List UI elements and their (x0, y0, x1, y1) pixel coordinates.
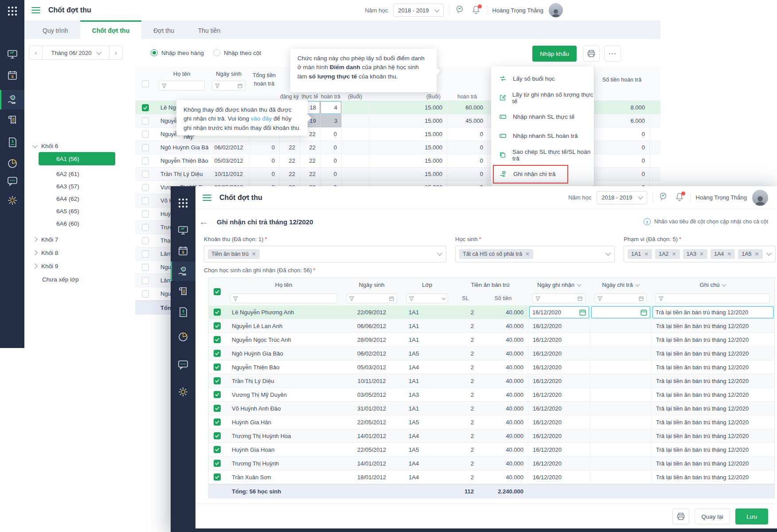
filter-hoten[interactable] (159, 81, 205, 90)
month-select[interactable]: Tháng 06/ 2020 (43, 46, 109, 59)
hand-coin-icon[interactable]: $ (0, 94, 24, 106)
back-button[interactable]: Quay lại (695, 509, 730, 524)
filter-ngaysinh[interactable] (346, 293, 397, 303)
col-header-ghi-chu[interactable]: Ghi chú (651, 278, 774, 291)
row-checkbox[interactable] (142, 250, 149, 258)
filter-lop[interactable] (406, 293, 448, 303)
remove-chip-icon[interactable]: ✕ (525, 251, 530, 257)
radio-nhap-theo-hang[interactable]: Nhập theo hàng (151, 49, 204, 56)
tree-group-khối-9[interactable]: Khối 9 (33, 260, 58, 272)
qty-actual[interactable]: 22 (300, 168, 320, 180)
row-checkbox[interactable] (142, 290, 149, 297)
row-checkbox[interactable] (142, 224, 149, 231)
filter-ngay-chi-tra[interactable] (594, 293, 647, 303)
user-avatar[interactable] (752, 190, 768, 206)
tree-class-6a4[interactable]: 6A4 (62) (56, 192, 79, 205)
filter-ngay-ghi-nhan[interactable] (532, 293, 586, 303)
sub-col-hoantra[interactable]: hoàn trả (320, 93, 341, 101)
hamburger-menu-icon[interactable] (31, 7, 40, 13)
ngay-chi-tra-input[interactable] (591, 306, 650, 318)
tree-class-6a5[interactable]: 6A5 (65) (56, 205, 79, 217)
remove-chip-icon[interactable]: ✕ (672, 251, 676, 257)
col-header-sotien-hoantra[interactable]: Số tiền hoàn trả (594, 66, 649, 93)
hand-coin-icon[interactable]: $ (171, 266, 195, 278)
col-header-tien-an[interactable]: Tiền ăn bán trú (453, 278, 528, 291)
student-row[interactable]: Huỳnh Gia Hân22/05/20121A5240.00016/12/2… (208, 415, 775, 429)
row-checkbox[interactable] (142, 117, 149, 125)
col-header-ngay-ghi-nhan[interactable]: Ngày ghi nhận (528, 278, 590, 291)
remove-chip-icon[interactable]: ✕ (644, 251, 648, 257)
row-checkbox[interactable] (142, 211, 149, 218)
row-checkbox[interactable] (214, 391, 221, 398)
save-button[interactable]: Lưu (735, 509, 768, 524)
gear-icon[interactable] (171, 386, 195, 398)
pie-chart-icon[interactable] (0, 158, 24, 169)
user-avatar[interactable] (549, 3, 563, 17)
ghi-chu-input[interactable]: Trả lại tiền ăn bán trú tháng 12/2020 (652, 306, 773, 318)
student-row[interactable]: Lê Nguyễn Phương Anh22/09/20121A1240.000… (208, 305, 775, 319)
row-checkbox[interactable] (142, 131, 149, 138)
pie-chart-icon[interactable] (171, 331, 195, 343)
student-row[interactable]: Vương Thị Mỹ Duyên03/05/20121A3240.00016… (208, 388, 775, 402)
row-checkbox[interactable] (214, 446, 221, 453)
calendar-money-icon[interactable]: $ (0, 70, 24, 81)
col-header-tongtien[interactable]: Tổng tiền hoàn trả (249, 66, 279, 93)
qty-refund[interactable]: 0 (320, 168, 341, 180)
student-row[interactable]: Trần Xuân Sơn18/01/20121A4240.00016/12/2… (208, 470, 775, 484)
row-checkbox[interactable] (214, 419, 221, 426)
tree-group-khối-8[interactable]: Khối 8 (33, 246, 58, 259)
tree-class-6a3[interactable]: 6A3 (57) (56, 180, 79, 192)
tab-chot-dot-thu[interactable]: Chốt đợt thu (80, 20, 142, 39)
student-row[interactable]: Ngô Huỳnh Gia Bảo06/02/20121A5240.00016/… (208, 347, 775, 360)
vao-day-link[interactable]: vào đây (251, 115, 272, 122)
monitor-icon[interactable] (171, 225, 195, 236)
row-checkbox[interactable] (214, 364, 221, 371)
filter-ngaysinh[interactable] (212, 81, 246, 90)
menu-item-lay-so-buoi-hoc[interactable]: Lấy số buổi học (491, 69, 594, 88)
gear-icon[interactable] (0, 195, 24, 206)
qty-refund[interactable]: 0 (320, 154, 341, 167)
calendar-money-icon[interactable]: $ (171, 245, 195, 257)
col-header-ngaysinh[interactable]: Ngày sinh (208, 66, 249, 81)
school-year-select[interactable]: 2018 - 2019 (393, 4, 443, 17)
search-icon[interactable] (658, 192, 669, 203)
col-header-ngaysinh[interactable]: Ngày sinh (342, 278, 402, 291)
hoc-sinh-select[interactable]: Tất cả HS có số phải trả✕ (455, 246, 615, 262)
invoice-icon[interactable]: $ (0, 137, 24, 148)
row-checkbox[interactable] (214, 460, 221, 467)
search-icon[interactable] (455, 4, 465, 16)
sub-col-sl[interactable]: SL (453, 291, 478, 305)
row-checkbox[interactable] (214, 377, 221, 384)
row-checkbox[interactable] (214, 322, 221, 329)
row-checkbox[interactable] (142, 171, 149, 178)
qty-refund[interactable]: 0 (320, 141, 341, 154)
remove-chip-icon[interactable]: ✕ (252, 251, 256, 257)
hamburger-menu-icon[interactable] (203, 195, 211, 201)
tab-dot-thu[interactable]: Đợt thu (141, 20, 186, 39)
student-row[interactable]: Trương Thị Huỳnh Hoa14/01/20121A4240.000… (208, 429, 775, 443)
col-header-lop[interactable]: Lớp (402, 278, 453, 291)
school-year-select[interactable]: 2018 - 2019 (597, 191, 647, 204)
tree-group-chua-xep-lop[interactable]: Chưa xếp lớp (42, 273, 78, 286)
menu-item-sao-chep-sl[interactable]: Sao chép SL thực tế/SL hoàn trả (491, 145, 594, 164)
col-header-hoten[interactable]: Họ tên (155, 66, 208, 81)
apps-grid-icon[interactable] (0, 5, 24, 17)
student-row[interactable]: Trần Thị Lý Diệu10/11/20121A1240.00016/1… (208, 374, 775, 388)
radio-nhap-theo-cot[interactable]: Nhập theo cột (213, 49, 261, 56)
notification-bell-icon[interactable] (471, 4, 481, 16)
sub-col-buoi-2[interactable]: (Buổi) (369, 93, 447, 101)
menu-item-nhap-nhanh-sl-hoan-tra[interactable]: Nhập nhanh SL hoàn trả (491, 126, 594, 145)
menu-item-nhap-nhanh-sl-thuc-te[interactable]: Nhập nhanh SL thực tế (491, 107, 594, 126)
invoice-icon[interactable]: $ (171, 306, 195, 318)
student-row[interactable]: Trương Thị Huỳnh14/01/20121A4240.00016/1… (208, 457, 775, 470)
col-header-ngay-chi-tra[interactable]: Ngày chi trả (590, 278, 651, 291)
row-checkbox[interactable] (142, 104, 149, 111)
remove-chip-icon[interactable]: ✕ (755, 251, 759, 257)
qty-refund[interactable]: 4 (320, 101, 341, 114)
row-checkbox[interactable] (214, 336, 221, 343)
khoan-thu-select[interactable]: Tiền ăn bán trú✕ (204, 246, 446, 262)
tree-group-khối-7[interactable]: Khối 7 (33, 233, 58, 246)
receipt-icon[interactable] (0, 114, 24, 126)
back-arrow-icon[interactable]: ← (199, 217, 209, 227)
student-row[interactable]: Võ Huỳnh Anh Đào31/01/20121A1240.00016/1… (208, 402, 775, 415)
